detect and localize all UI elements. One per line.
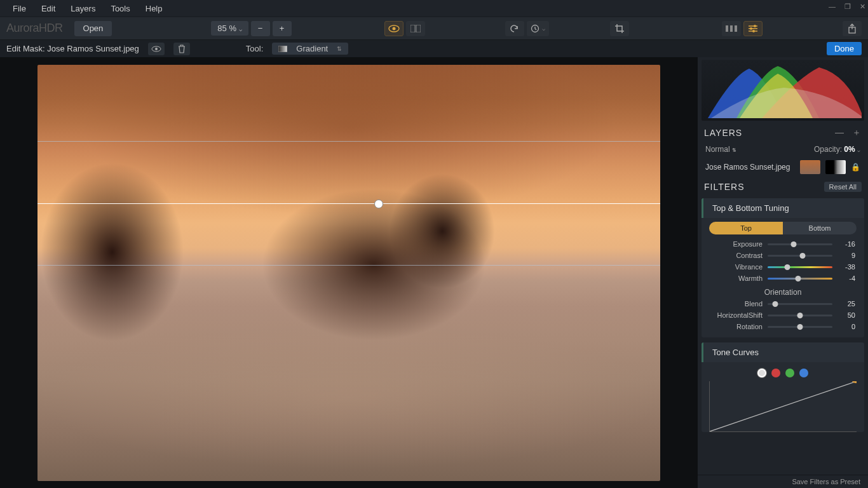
slider-thumb[interactable]	[797, 324, 803, 330]
crop-icon	[614, 24, 625, 34]
slider-thumb[interactable]	[773, 301, 778, 307]
slider-thumb[interactable]	[800, 253, 806, 259]
export-button[interactable]	[843, 21, 862, 36]
slider-value: 25	[837, 300, 855, 308]
done-button[interactable]: Done	[827, 42, 862, 55]
collapse-layers-icon[interactable]: —	[835, 127, 844, 139]
slider-track[interactable]	[768, 266, 832, 268]
mask-visibility-button[interactable]	[148, 43, 165, 55]
presets-icon	[726, 25, 737, 32]
tone-curves-title[interactable]: Tone Curves	[702, 342, 864, 362]
tool-dropdown[interactable]: Gradient ⇅	[272, 43, 348, 55]
slider-contrast[interactable]: Contrast 9	[702, 250, 864, 261]
menu-tools[interactable]: Tools	[103, 1, 137, 16]
sliders-icon	[748, 24, 758, 33]
undo-button[interactable]	[505, 21, 524, 36]
gradient-bottom-line[interactable]	[37, 265, 660, 266]
layer-thumbnail[interactable]	[800, 160, 820, 174]
slider-vibrance[interactable]: Vibrance -38	[702, 261, 864, 273]
updown-icon: ⇅	[337, 46, 342, 52]
presets-button[interactable]	[722, 21, 741, 36]
slider-label: Warmth	[710, 274, 763, 282]
top-bottom-tabs: Top Bottom	[709, 222, 857, 234]
svg-point-10	[752, 30, 755, 32]
tone-curve-editor[interactable]	[709, 381, 857, 432]
orientation-header: Orientation	[702, 284, 864, 298]
menu-file[interactable]: File	[5, 1, 34, 16]
zoom-dropdown[interactable]: 85 % ⌵	[211, 21, 248, 36]
layer-row[interactable]: Jose Ramos Sunset.jpeg 🔒	[698, 156, 868, 178]
reset-all-button[interactable]: Reset All	[824, 182, 862, 192]
slider-value: -4	[837, 274, 855, 282]
chevron-down-icon: ⌵	[542, 25, 545, 32]
slider-value: 9	[837, 252, 855, 259]
histogram[interactable]	[702, 60, 864, 121]
window-close-icon[interactable]: ✕	[860, 3, 865, 11]
blend-mode-dropdown[interactable]: Normal ⇅	[705, 145, 736, 154]
zoom-in-button[interactable]: +	[273, 21, 292, 36]
slider-track[interactable]	[768, 243, 832, 245]
compare-icon	[410, 25, 421, 32]
chevron-down-icon: ⌵	[857, 147, 860, 153]
slider-track[interactable]	[768, 303, 832, 305]
trash-icon	[178, 44, 186, 53]
channel-green[interactable]	[785, 369, 794, 377]
svg-point-9	[750, 27, 752, 30]
crop-button[interactable]	[610, 21, 629, 36]
open-button[interactable]: Open	[74, 21, 112, 36]
save-preset-button[interactable]: Save Filters as Preset	[698, 475, 868, 488]
slider-thumb[interactable]	[797, 313, 803, 318]
gradient-top-line[interactable]	[37, 141, 660, 142]
slider-thumb[interactable]	[790, 241, 796, 247]
slider-rotation[interactable]: Rotation 0	[702, 321, 864, 332]
slider-thumb[interactable]	[795, 276, 801, 281]
main-toolbar: AuroraHDR Open 85 % ⌵ − + ⌵	[0, 17, 868, 39]
slider-value: -16	[837, 240, 855, 248]
mask-delete-button[interactable]	[173, 43, 190, 55]
svg-rect-7	[735, 25, 737, 32]
right-panel: LAYERS — ＋ Normal ⇅ Opacity: 0% ⌵ Jose R…	[698, 57, 868, 488]
slider-label: Blend	[710, 300, 763, 308]
updown-icon: ⇅	[732, 147, 736, 153]
menu-help[interactable]: Help	[138, 1, 170, 16]
channel-luminance[interactable]	[757, 369, 766, 377]
slider-thumb[interactable]	[784, 264, 790, 270]
compare-button[interactable]	[406, 21, 425, 36]
channel-blue[interactable]	[799, 369, 808, 377]
tab-top[interactable]: Top	[709, 222, 783, 234]
window-maximize-icon[interactable]: ❐	[844, 3, 851, 11]
lock-icon[interactable]: 🔒	[851, 163, 860, 172]
slider-track[interactable]	[768, 255, 832, 257]
slider-horizontalshift[interactable]: HorizontalShift 50	[702, 309, 864, 321]
svg-rect-5	[726, 25, 728, 32]
slider-track[interactable]	[768, 315, 832, 316]
slider-track[interactable]	[768, 326, 832, 328]
tab-bottom[interactable]: Bottom	[783, 222, 857, 234]
svg-point-8	[754, 25, 756, 27]
slider-label: HorizontalShift	[710, 311, 763, 319]
slider-track[interactable]	[768, 278, 832, 280]
slider-exposure[interactable]: Exposure -16	[702, 238, 864, 250]
add-layer-icon[interactable]: ＋	[852, 127, 862, 139]
canvas-area[interactable]	[0, 57, 698, 488]
opacity-control[interactable]: Opacity: 0% ⌵	[814, 145, 860, 154]
layer-name: Jose Ramos Sunset.jpeg	[705, 163, 795, 172]
menu-layers[interactable]: Layers	[63, 1, 103, 16]
preview-eye-button[interactable]	[384, 21, 403, 36]
channel-red[interactable]	[771, 369, 780, 377]
slider-blend[interactable]: Blend 25	[702, 298, 864, 309]
zoom-out-button[interactable]: −	[251, 21, 270, 36]
image-canvas[interactable]	[37, 65, 660, 481]
gradient-mid-line[interactable]	[37, 203, 660, 204]
slider-warmth[interactable]: Warmth -4	[702, 273, 864, 284]
menubar: File Edit Layers Tools Help — ❐ ✕	[0, 0, 868, 17]
menu-edit[interactable]: Edit	[34, 1, 63, 16]
window-minimize-icon[interactable]: —	[829, 3, 836, 11]
gradient-handle[interactable]	[374, 200, 383, 208]
layer-mask-thumbnail[interactable]	[825, 160, 846, 174]
filter-title[interactable]: Top & Bottom Tuning	[702, 198, 864, 218]
slider-label: Exposure	[710, 240, 763, 248]
history-button[interactable]: ⌵	[527, 21, 549, 36]
svg-line-15	[710, 381, 857, 431]
filters-panel-button[interactable]	[743, 21, 763, 36]
